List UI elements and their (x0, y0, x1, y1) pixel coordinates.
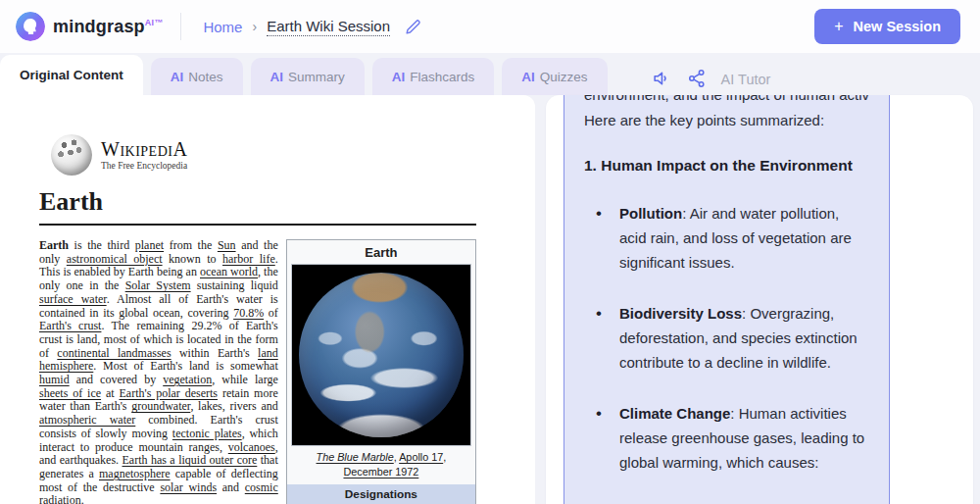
tab-label: Summary (288, 70, 345, 84)
wiki-link[interactable]: groundwater (131, 399, 190, 413)
wiki-link[interactable]: planet (135, 238, 164, 252)
wikipedia-logo: WikipediA The Free Encyclopedia (51, 134, 476, 176)
share-icon[interactable] (686, 68, 708, 89)
text-segment: of (264, 306, 278, 320)
text-segment: Earth (39, 238, 69, 252)
blue-marble-image[interactable] (291, 264, 471, 446)
article-paragraph: Earth is the third planet from the Sun a… (39, 239, 278, 504)
brand-superscript: AI™ (145, 18, 164, 27)
tab-ai-quizzes[interactable]: AI Quizzes (502, 58, 607, 95)
summary-bullet-climate: Climate Change: Human activities release… (584, 401, 869, 504)
infobox-title: Earth (287, 240, 475, 264)
text-segment: known to (163, 252, 222, 266)
earth-photo (299, 273, 464, 437)
tab-ai-notes[interactable]: AI Notes (151, 58, 243, 95)
summary-sub-list: Melting glaciers and ice sheets Rising s… (619, 498, 869, 504)
text-segment: sustaining liquid (191, 278, 278, 292)
tab-ai-prefix: AI (171, 70, 184, 84)
brand-logo[interactable]: mindgraspAI™ (16, 12, 163, 41)
text-segment: and covered by (70, 373, 164, 386)
wiki-link[interactable]: astronomical object (67, 252, 163, 266)
wikipedia-globe-icon (51, 134, 92, 176)
ai-tutor-panel[interactable]: environment, and the impact of human act… (546, 95, 973, 504)
brand-name: mindgraspAI™ (53, 17, 163, 37)
text-segment: from the (164, 238, 218, 252)
plus-icon: + (834, 18, 843, 35)
new-session-button[interactable]: + New Session (814, 9, 960, 44)
main-content: WikipediA The Free Encyclopedia Earth Ea… (0, 95, 980, 504)
tab-label: Quizzes (540, 70, 588, 84)
wiki-link[interactable]: sheets of ice (39, 386, 101, 400)
breadcrumb: Home › Earth Wiki Session (203, 18, 422, 36)
text-segment: and (217, 480, 245, 494)
tab-label: Notes (188, 70, 222, 84)
wiki-link[interactable]: 70.8% (233, 306, 264, 320)
breadcrumb-home-link[interactable]: Home (203, 19, 242, 35)
bullet-term: Pollution (619, 205, 682, 222)
header-divider (180, 13, 181, 40)
wiki-link[interactable]: continental landmasses (57, 346, 171, 360)
wiki-link[interactable]: magnetosphere (99, 467, 171, 480)
wiki-link[interactable]: ocean world (200, 265, 258, 278)
clipped-text-line: environment, and the impact of human act… (584, 95, 869, 107)
wiki-link[interactable]: Earth's crust (39, 319, 101, 332)
infobox: Earth The Blue Marble, Apollo 17, Decemb… (286, 239, 476, 504)
text-segment: . (81, 493, 84, 504)
mindgrasp-logo-icon (16, 12, 45, 41)
speaker-icon[interactable] (651, 68, 672, 89)
app-header: mindgraspAI™ Home › Earth Wiki Session +… (0, 0, 980, 53)
original-content-panel[interactable]: WikipediA The Free Encyclopedia Earth Ea… (0, 95, 535, 504)
wiki-link[interactable]: Apollo 17 (399, 451, 443, 463)
text-segment: at (101, 386, 119, 400)
wikipedia-article: WikipediA The Free Encyclopedia Earth Ea… (39, 134, 476, 504)
ai-summary-message[interactable]: environment, and the impact of human act… (564, 95, 890, 504)
wiki-link[interactable]: vegetation (163, 373, 212, 386)
text-segment: , lakes, rivers and (190, 399, 277, 413)
toolbar-icons (651, 68, 708, 89)
edit-session-name-icon[interactable] (404, 18, 422, 36)
wiki-link[interactable]: tectonic plates (172, 427, 242, 440)
text-segment: . Most of Earth's land is somewhat (93, 359, 277, 373)
wiki-link[interactable]: Solar System (125, 278, 191, 292)
tab-ai-summary[interactable]: AI Summary (251, 58, 365, 95)
tab-label: Flashcards (410, 70, 474, 84)
wiki-link[interactable]: atmospheric water (39, 413, 135, 427)
tab-bar: Original Content AI Notes AI Summary AI … (0, 53, 980, 95)
ai-tutor-label: AI Tutor (721, 72, 771, 87)
tab-original-content[interactable]: Original Content (0, 55, 143, 95)
wiki-link[interactable]: Sun (218, 238, 236, 252)
summary-bullet-biodiversity: Biodiversity Loss: Overgrazing, deforest… (584, 301, 869, 375)
tab-ai-flashcards[interactable]: AI Flashcards (372, 58, 495, 95)
wiki-link[interactable]: surface water (39, 292, 107, 306)
tab-ai-prefix: AI (521, 70, 535, 84)
wikipedia-wordmark: WikipediA (101, 139, 187, 159)
summary-bullet-list: Pollution: Air and water pollution, acid… (584, 201, 869, 504)
wiki-link[interactable]: Earth's polar deserts (119, 386, 218, 400)
image-caption: The Blue Marble, Apollo 17, December 197… (287, 446, 475, 484)
wiki-link[interactable]: The Blue Marble (317, 451, 394, 463)
new-session-label: New Session (854, 19, 941, 34)
summary-bullet-pollution: Pollution: Air and water pollution, acid… (584, 201, 869, 275)
article-body: Earth is the third planet from the Sun a… (39, 239, 278, 504)
bullet-term: Biodiversity Loss (619, 305, 742, 322)
article-title: Earth (39, 187, 476, 226)
wiki-link[interactable]: humid (39, 373, 70, 386)
breadcrumb-separator: › (252, 19, 257, 34)
tab-label: Original Content (20, 68, 123, 82)
bullet-term: Climate Change (619, 405, 730, 422)
summary-intro: Here are the key points summarized: (584, 109, 869, 132)
wiki-link[interactable]: Earth has a liquid outer core (122, 453, 258, 467)
text-segment: is the third (69, 238, 135, 252)
text-segment: , while large (212, 373, 278, 386)
sub-bullet-glaciers: Melting glaciers and ice sheets (619, 498, 869, 504)
breadcrumb-session-name[interactable]: Earth Wiki Session (267, 18, 390, 36)
wiki-link[interactable]: volcanoes (228, 440, 275, 454)
tab-ai-prefix: AI (392, 70, 406, 84)
wiki-link[interactable]: solar winds (160, 480, 217, 494)
text-segment: , (443, 451, 446, 463)
wiki-link[interactable]: harbor life (222, 252, 275, 266)
wiki-link[interactable]: December 1972 (343, 466, 418, 478)
text-segment: within Earth's (172, 346, 258, 360)
tab-ai-prefix: AI (270, 70, 284, 84)
summary-heading: 1. Human Impact on the Environment (584, 154, 869, 177)
